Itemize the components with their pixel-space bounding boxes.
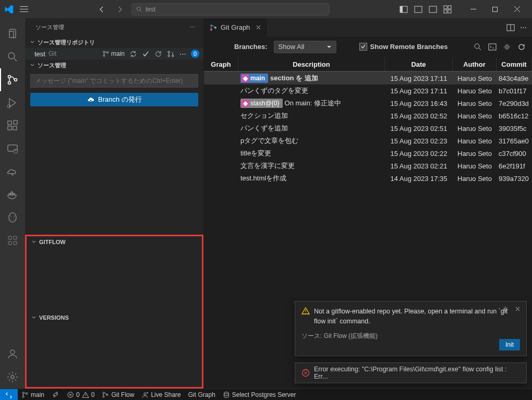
commit-row[interactable]: titleを変更15 Aug 2023 02:22Haruo Setoc37cf… (204, 147, 532, 160)
terminal-icon[interactable] (488, 43, 497, 51)
command-center[interactable]: test (131, 3, 330, 16)
activity-run[interactable] (0, 91, 25, 114)
gear-icon[interactable] (502, 306, 509, 313)
customize-layout-icon[interactable] (441, 3, 454, 16)
svg-rect-18 (13, 126, 17, 130)
refresh-icon[interactable] (154, 50, 162, 58)
chevron-down-icon (327, 44, 332, 50)
repo-row[interactable]: test Git main ⋯ 0 (25, 48, 203, 59)
svg-point-12 (8, 76, 11, 78)
activity-search[interactable] (0, 45, 25, 68)
activity-extensions[interactable] (0, 114, 25, 137)
close-button[interactable] (506, 2, 528, 17)
svg-rect-23 (8, 236, 11, 239)
commit-row[interactable]: パンくずを追加15 Aug 2023 02:51Haruo Seto39035f… (204, 122, 532, 135)
status-postgres[interactable]: Select Postgres Server (219, 389, 300, 401)
nav-back-icon[interactable] (96, 3, 108, 16)
svg-point-70 (224, 392, 228, 394)
section-versions[interactable]: VERSIONS (27, 312, 202, 323)
svg-rect-26 (14, 241, 17, 245)
stash-tag: ◆stash@{0} (240, 99, 283, 108)
pr-icon[interactable] (167, 50, 175, 58)
commit-row[interactable]: ◆stash@{0} On main: 修正途中15 Aug 2023 16:4… (204, 97, 532, 110)
layout-bottom-icon[interactable] (412, 3, 425, 16)
close-icon[interactable] (255, 24, 262, 31)
sidebar: ソース管理 ⋯ ソース管理リポジトリ test Git main ⋯ 0 ソース… (25, 18, 204, 389)
commit-row[interactable]: パンくずのタグを変更15 Aug 2023 17:11Haruo Setob7c… (204, 84, 532, 97)
commit-row[interactable]: pタグで文章を包む15 Aug 2023 02:23Haruo Seto3176… (204, 135, 532, 147)
status-branch[interactable]: main (18, 389, 48, 401)
commit-row[interactable]: ◆main section を 追加15 Aug 2023 17:11Haruo… (204, 72, 532, 84)
activity-explorer[interactable] (0, 22, 25, 45)
warning-icon (301, 307, 310, 315)
statusbar: main 0 0 Git Flow Live Share Git Graph S… (0, 389, 532, 400)
svg-point-68 (106, 394, 108, 395)
split-editor-icon[interactable] (506, 23, 515, 32)
status-gitgraph[interactable]: Git Graph (185, 389, 219, 401)
editor: Git Graph ⋯ Branches: Show All Show Remo… (204, 18, 532, 389)
section-repos[interactable]: ソース管理リポジトリ (25, 37, 203, 48)
activity-settings[interactable] (0, 366, 25, 389)
commit-row[interactable]: セクション追加15 Aug 2023 02:52Haruo Setob6516c… (204, 110, 532, 122)
activity-scm[interactable] (0, 68, 25, 91)
activity-remote[interactable] (0, 137, 25, 160)
check-icon[interactable] (142, 50, 150, 58)
git-graph-toolbar: Branches: Show All Show Remote Branches (204, 37, 532, 57)
svg-point-33 (168, 55, 170, 56)
svg-point-62 (22, 392, 24, 393)
repo-branch[interactable]: main (102, 50, 125, 57)
svg-rect-25 (8, 241, 11, 245)
sidebar-more-icon[interactable]: ⋯ (189, 24, 195, 31)
sync-icon[interactable] (129, 50, 137, 58)
svg-rect-2 (400, 6, 403, 13)
nav-forward-icon[interactable] (114, 3, 126, 16)
commit-message-input[interactable] (30, 74, 198, 88)
layout-right-icon[interactable] (427, 3, 439, 16)
remote-indicator[interactable] (0, 389, 18, 401)
titlebar: test (0, 0, 532, 18)
status-problems[interactable]: 0 0 (63, 389, 98, 401)
commit-row[interactable]: test.htmlを作成14 Aug 2023 17:35Haruo Seto9… (204, 172, 532, 185)
publish-button[interactable]: Branch の発行 (30, 93, 198, 106)
activity-docker[interactable] (0, 183, 25, 206)
refresh-icon[interactable] (517, 43, 526, 51)
init-button[interactable]: Init (499, 339, 520, 350)
gear-icon[interactable] (503, 43, 511, 51)
cloud-upload-icon (87, 95, 95, 104)
svg-point-21 (14, 149, 18, 153)
svg-rect-40 (489, 44, 496, 50)
menu-icon[interactable] (20, 5, 28, 14)
svg-rect-16 (8, 121, 11, 125)
show-remote-checkbox[interactable]: Show Remote Branches (359, 43, 448, 51)
activity-account[interactable] (0, 343, 25, 366)
editor-more-icon[interactable]: ⋯ (520, 23, 527, 32)
command-center-text: test (146, 6, 155, 13)
activity-azure[interactable] (0, 160, 25, 183)
section-gitflow[interactable]: GITFLOW (27, 236, 202, 248)
section-scm[interactable]: ソース管理 (25, 59, 203, 71)
layout-left-icon[interactable] (397, 3, 410, 16)
maximize-button[interactable] (484, 2, 506, 17)
chevron-down-icon (29, 62, 37, 68)
svg-rect-4 (415, 10, 422, 13)
status-liveshare[interactable]: Live Share (138, 389, 184, 401)
activity-grid[interactable] (0, 229, 25, 252)
svg-rect-6 (444, 6, 447, 9)
branches-dropdown[interactable]: Show All (274, 41, 336, 53)
svg-point-13 (8, 82, 11, 84)
search-icon[interactable] (474, 43, 482, 51)
svg-point-36 (210, 29, 212, 31)
status-gitflow[interactable]: Git Flow (98, 389, 138, 401)
git-rows: ◆main section を 追加15 Aug 2023 17:11Haruo… (204, 72, 532, 185)
close-icon[interactable] (514, 306, 521, 313)
commit-row[interactable]: 文言を漢字に変更15 Aug 2023 02:21Haruo Seto6e2f1… (204, 160, 532, 172)
svg-point-0 (137, 7, 141, 10)
repo-more-icon[interactable]: ⋯ (179, 50, 186, 58)
minimize-button[interactable] (462, 2, 484, 17)
notification-error: Error executing: "C:\Program Files\Git\c… (295, 362, 527, 383)
search-icon (136, 6, 142, 13)
svg-point-60 (504, 308, 506, 310)
tab-git-graph[interactable]: Git Graph (204, 18, 268, 37)
activity-database[interactable] (0, 206, 25, 229)
status-sync[interactable] (48, 389, 63, 401)
